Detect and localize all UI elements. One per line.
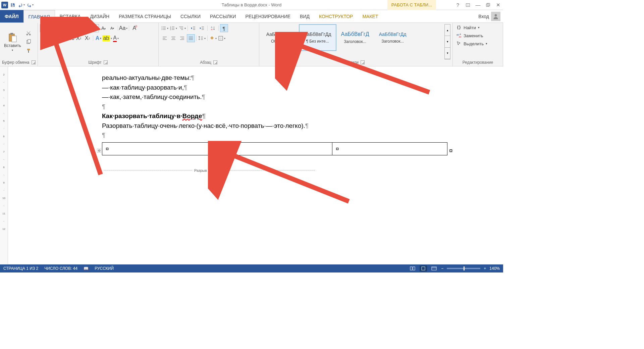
- sign-in[interactable]: Вход: [478, 10, 500, 23]
- align-left-button[interactable]: [161, 34, 169, 42]
- zoom-in-button[interactable]: +: [484, 266, 486, 271]
- tab-design[interactable]: ДИЗАЙН: [86, 10, 114, 22]
- help-button[interactable]: ?: [453, 0, 463, 10]
- svg-text:A: A: [211, 26, 212, 28]
- find-button[interactable]: Найти▾: [455, 24, 501, 31]
- show-marks-button[interactable]: ¶: [220, 24, 228, 32]
- document-page[interactable]: реально·актуальны·две·темы:¶ —·как·табли…: [35, 66, 437, 183]
- subscript-button[interactable]: X2: [75, 34, 83, 42]
- replace-button[interactable]: abacЗаменить: [455, 32, 501, 39]
- svg-rect-8: [12, 36, 16, 42]
- redo-button[interactable]: [26, 1, 34, 9]
- group-editing-label: Редактирование: [463, 60, 493, 65]
- tab-insert[interactable]: ВСТАВКА: [55, 10, 86, 22]
- styles-scroll[interactable]: ▴▾▾: [444, 24, 450, 59]
- sort-button[interactable]: AЯ: [209, 24, 217, 32]
- superscript-button[interactable]: X2: [84, 34, 92, 42]
- shrink-font-button[interactable]: A▾: [108, 24, 116, 32]
- select-button[interactable]: Выделить▾: [455, 40, 501, 47]
- svg-rect-61: [413, 267, 415, 270]
- status-language[interactable]: РУССКИЙ: [95, 266, 114, 271]
- font-size-combo[interactable]: 14▾: [81, 24, 99, 32]
- save-button[interactable]: [9, 1, 17, 9]
- svg-rect-62: [422, 267, 425, 270]
- multilevel-list-button[interactable]: [178, 24, 186, 32]
- bold-button[interactable]: Ж: [40, 34, 48, 42]
- svg-rect-13: [27, 49, 30, 50]
- svg-text:Я: Я: [211, 29, 212, 31]
- page-wrap[interactable]: реально·актуальны·две·темы:¶ —·как·табли…: [8, 66, 503, 264]
- word-icon: W: [1, 2, 8, 8]
- ribbon: Вставить ▾ Буфер обмена Calibri (Осно▾ 1…: [0, 23, 503, 66]
- underline-button[interactable]: Ч: [57, 34, 65, 42]
- svg-text:3: 3: [170, 29, 171, 31]
- numbering-button[interactable]: 123: [169, 24, 177, 32]
- align-right-button[interactable]: [178, 34, 186, 42]
- shading-button[interactable]: [209, 34, 217, 42]
- svg-point-18: [162, 29, 162, 30]
- status-words[interactable]: ЧИСЛО СЛОВ: 44: [44, 266, 77, 271]
- status-page[interactable]: СТРАНИЦА 1 ИЗ 2: [3, 266, 38, 271]
- tab-review[interactable]: РЕЦЕНЗИРОВАНИЕ: [240, 10, 295, 22]
- text-effects-button[interactable]: A: [95, 34, 103, 42]
- font-dialog-launcher[interactable]: [104, 60, 108, 64]
- borders-button[interactable]: [218, 34, 226, 42]
- style-no-spacing[interactable]: АаБбВвГгДд¶ Без инте...: [299, 24, 336, 51]
- style-normal[interactable]: АаБбВвГгДдОбычный: [261, 24, 299, 51]
- document-area: 2·3·4·5·6·7·8·9·10·11·12 реально·актуаль…: [0, 66, 503, 264]
- tab-table-layout[interactable]: МАКЕТ: [358, 10, 383, 22]
- zoom-out-button[interactable]: −: [441, 266, 443, 271]
- document-table[interactable]: ¤¤¤: [102, 142, 447, 156]
- increase-indent-button[interactable]: [198, 24, 206, 32]
- vertical-ruler[interactable]: 2·3·4·5·6·7·8·9·10·11·12: [0, 66, 8, 264]
- paste-button[interactable]: Вставить ▾: [2, 24, 23, 59]
- change-case-button[interactable]: Aa: [119, 24, 127, 32]
- format-painter-button[interactable]: [24, 47, 33, 55]
- tab-mailings[interactable]: РАССЫЛКИ: [205, 10, 240, 22]
- group-styles: АаБбВвГгДдОбычный АаБбВвГгДд¶ Без инте..…: [259, 23, 453, 66]
- italic-button[interactable]: К: [49, 34, 57, 42]
- clipboard-dialog-launcher[interactable]: [32, 60, 36, 64]
- table-tools-context: РАБОТА С ТАБЛИ...: [387, 0, 436, 10]
- close-button[interactable]: ✕: [493, 0, 503, 10]
- line-spacing-button[interactable]: [198, 34, 206, 42]
- status-proofing-icon[interactable]: 📖: [84, 266, 89, 271]
- view-read-button[interactable]: [409, 265, 416, 271]
- style-heading2[interactable]: АаБбВвГгДдЗаголовок...: [374, 24, 412, 51]
- minimize-button[interactable]: —: [473, 0, 483, 10]
- highlight-button[interactable]: ab: [103, 34, 111, 42]
- font-color-button[interactable]: A: [112, 34, 120, 42]
- zoom-slider[interactable]: [447, 268, 480, 269]
- view-print-button[interactable]: [420, 265, 427, 271]
- group-clipboard-label: Буфер обмена: [2, 60, 30, 65]
- view-web-button[interactable]: [430, 265, 438, 271]
- tab-page-layout[interactable]: РАЗМЕТКА СТРАНИЦЫ: [114, 10, 176, 22]
- tab-view[interactable]: ВИД: [295, 10, 314, 22]
- table-move-handle[interactable]: ✥: [97, 149, 101, 153]
- tab-home[interactable]: ГЛАВНАЯ: [23, 10, 55, 23]
- style-heading1[interactable]: АаБбВвГгДЗаголовок...: [336, 24, 374, 51]
- align-center-button[interactable]: [169, 34, 177, 42]
- bullets-button[interactable]: [161, 24, 169, 32]
- status-bar: СТРАНИЦА 1 ИЗ 2 ЧИСЛО СЛОВ: 44 📖 РУССКИЙ…: [0, 264, 503, 272]
- tab-constructor[interactable]: КОНСТРУКТОР: [314, 10, 358, 22]
- font-name-combo[interactable]: Calibri (Осно▾: [40, 24, 80, 32]
- styles-dialog-launcher[interactable]: [361, 60, 365, 64]
- paragraph-dialog-launcher[interactable]: [213, 60, 217, 64]
- strikethrough-button[interactable]: abc: [66, 34, 74, 42]
- zoom-level[interactable]: 140%: [489, 266, 500, 271]
- grow-font-button[interactable]: A▴: [100, 24, 108, 32]
- tab-file[interactable]: ФАЙЛ: [0, 10, 23, 22]
- copy-button[interactable]: [24, 38, 33, 46]
- group-styles-label: Стили: [347, 60, 359, 65]
- svg-text:ac: ac: [459, 36, 462, 38]
- cut-button[interactable]: [24, 29, 33, 37]
- quick-access-toolbar: W: [0, 1, 36, 9]
- undo-button[interactable]: [17, 1, 25, 9]
- tab-references[interactable]: ССЫЛКИ: [176, 10, 205, 22]
- ribbon-options-button[interactable]: [463, 0, 473, 10]
- justify-button[interactable]: [187, 34, 195, 42]
- clear-formatting-button[interactable]: A⊘: [130, 24, 139, 32]
- maximize-button[interactable]: [483, 0, 493, 10]
- decrease-indent-button[interactable]: [189, 24, 197, 32]
